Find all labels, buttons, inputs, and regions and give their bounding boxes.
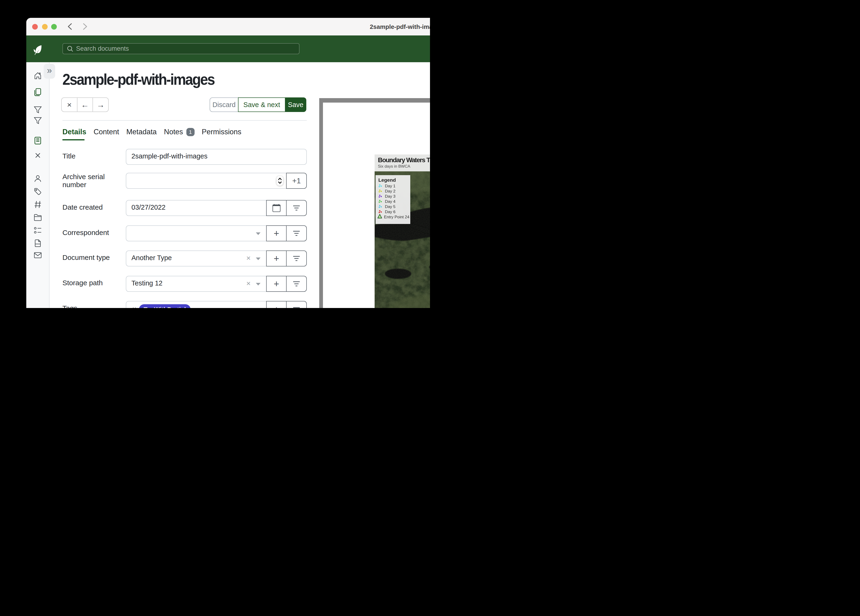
- svg-text:Entry Point 24: Entry Point 24: [384, 215, 410, 219]
- svg-text:Day 6: Day 6: [385, 209, 395, 214]
- svg-text:Day 2: Day 2: [385, 189, 395, 193]
- svg-text:Day 3: Day 3: [385, 194, 395, 199]
- svg-text:Day 5: Day 5: [385, 204, 395, 209]
- svg-text:Day 1: Day 1: [385, 184, 395, 188]
- svg-text:Day 4: Day 4: [385, 199, 395, 204]
- svg-text:Six days in BWCA: Six days in BWCA: [378, 164, 411, 168]
- svg-text:Legend: Legend: [378, 177, 396, 183]
- svg-text:Boundary Waters Trip: Boundary Waters Trip: [378, 156, 430, 163]
